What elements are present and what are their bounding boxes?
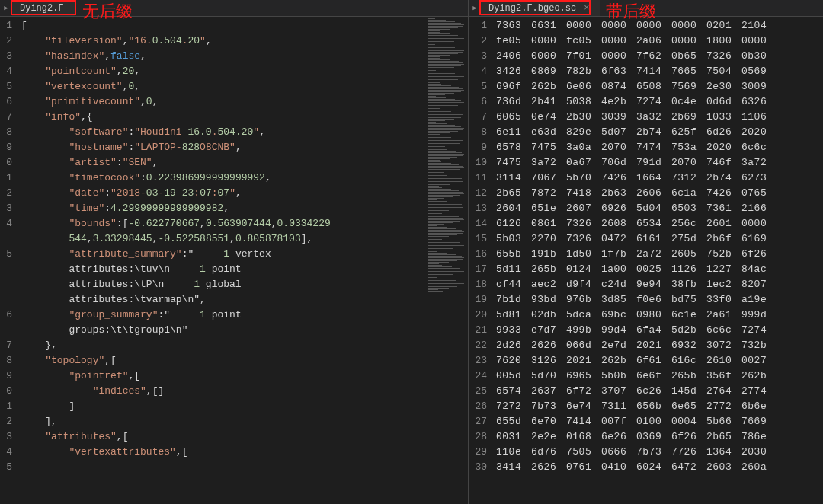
left-tabbar: ▶ Dying2.F [0, 0, 468, 17]
code-line: attributes:\tP\n 1 global [21, 277, 421, 292]
code-line: }, [21, 338, 421, 353]
right-gutter: 1234567891011121314151617181920212223242… [469, 17, 492, 504]
right-code-area[interactable]: 73636631000000000000000002012104fe050000… [492, 17, 823, 504]
hex-row: 657426376f7237076c26145d27642774 [496, 384, 818, 399]
code-line: "pointcount",20, [21, 64, 421, 79]
hex-row: 696f262b6e060874650875692e303009 [496, 79, 818, 94]
hex-row: 110e6d76750506667b73772613642030 [496, 445, 818, 460]
code-line: "date":"2018-03-19 23:07:07", [21, 186, 421, 201]
hex-row: 73636631000000000000000002012104 [496, 18, 818, 33]
hex-row: 2604651e260769265d04650373612166 [496, 201, 818, 216]
code-line: groups:\t\tgroup1\n" [21, 323, 421, 338]
code-line: "hasindex",false, [21, 49, 421, 64]
code-line: "vertexcount",0, [21, 79, 421, 94]
hex-row: 5d11265b01241a0000251126122784ac [496, 262, 818, 277]
hex-row: 00312e2e01686e2603696f262b65786e [496, 429, 818, 445]
code-line: ], [21, 414, 421, 429]
hex-row: 5d8102db5dca69bc09806c1e2a61999d [496, 308, 818, 323]
right-tabbar: ▶ Dying2.F.bgeo.sc × [469, 0, 823, 17]
hex-row: 005d5d7069655b0b6e6f265b356f262b [496, 368, 818, 384]
code-line: "indices",[] [21, 384, 421, 399]
code-line: "fileversion","16.0.504.20", [21, 33, 421, 49]
code-line: "vertexattributes",[ [21, 445, 421, 460]
code-line: "artist":"SEN", [21, 155, 421, 171]
code-line: "info",{ [21, 110, 421, 125]
hex-row: 736d2b4150384e2b72740c4e0d6d6326 [496, 94, 818, 110]
code-line: "topology",[ [21, 353, 421, 368]
code-line: 544,3.33298445,-0.522588551,0.805878103]… [21, 231, 421, 247]
hex-row: 311470675b707426166473122b746273 [496, 171, 818, 186]
hex-row: 9933e7d7499b99d46fa45d2b6c6c7274 [496, 323, 818, 338]
code-line: attributes:\tvarmap\n", [21, 292, 421, 308]
code-line: "group_summary":" 1 point [21, 308, 421, 323]
right-tab-title: Dying2.F.bgeo.sc [488, 3, 576, 14]
hex-row: 72727b736e747311656b6e6527726b6e [496, 399, 818, 414]
close-icon[interactable]: × [584, 3, 589, 14]
hex-row: 61260861732626086534256c26010000 [496, 216, 818, 231]
code-line: "time":4.29999999999999982, [21, 201, 421, 216]
hex-row: 655b191b1d501f7b2a722605752b6f26 [496, 247, 818, 262]
left-code-area[interactable]: [ "fileversion","16.0.504.20", "hasindex… [17, 17, 426, 504]
code-line: "timetocook":0.223986999999999992, [21, 171, 421, 186]
code-line: "attribute_summary":" 1 vertex [21, 247, 421, 262]
hex-row: 7b1d93bd976b3d85f0e6bd7533f0a19e [496, 292, 818, 308]
code-line: "pointref",[ [21, 368, 421, 384]
hex-row: 3414262607610410602464722603260a [496, 460, 818, 475]
hex-row: 34260869782b6f637414766575040569 [496, 64, 818, 79]
hex-row: 655d6e707414007f010000045b667669 [496, 414, 818, 429]
hex-row: 6e11e63d829e5d072b74625f6d262020 [496, 125, 818, 140]
code-line: "software":"Houdini 16.0.504.20", [21, 125, 421, 140]
hex-row: cf44aec2d9f4c24d9e9438fb1ec28207 [496, 277, 818, 292]
left-gutter: 12345678901234 5 6 789012345 [0, 17, 17, 504]
hex-row: 60650e742b3030393a322b6910331106 [496, 110, 818, 125]
code-line: "hostname":"LAPTOP-828O8CNB", [21, 140, 421, 155]
code-line: attributes:\tuv\n 1 point [21, 262, 421, 277]
hex-row: 2b65787274182b6326066c1a74260765 [496, 186, 818, 201]
hex-row: 657874753a0a20707474753a20206c6c [496, 140, 818, 155]
code-line: [ [21, 18, 421, 33]
right-tab[interactable]: Dying2.F.bgeo.sc × [481, 0, 600, 16]
left-tab[interactable]: Dying2.F [12, 0, 75, 16]
hex-row: 240600007f0100007f620b6573260b30 [496, 49, 818, 64]
hex-row: 2d262626066d2e7d202169323072732b [496, 338, 818, 353]
hex-row: 5b032270732604726161275d2b6f6169 [496, 231, 818, 247]
tab-arrow-icon[interactable]: ▶ [469, 0, 481, 16]
code-line: ] [21, 399, 421, 414]
tab-arrow-icon[interactable]: ▶ [0, 0, 12, 16]
hex-row: 762031262021262b6f61616c26100027 [496, 353, 818, 368]
right-editor[interactable]: 1234567891011121314151617181920212223242… [469, 17, 823, 504]
hex-row: fe050000fc0500002a06000018000000 [496, 33, 818, 49]
hex-row: 74753a720a67706d791d2070746f3a72 [496, 155, 818, 171]
code-line: "primitivecount",0, [21, 94, 421, 110]
left-minimap[interactable] [426, 17, 468, 504]
code-line: "attributes",[ [21, 429, 421, 445]
left-tab-title: Dying2.F [20, 3, 64, 14]
left-editor[interactable]: 12345678901234 5 6 789012345 [ "filevers… [0, 17, 468, 504]
code-line: "bounds":[-0.622770667,0.563907444,0.033… [21, 216, 421, 231]
